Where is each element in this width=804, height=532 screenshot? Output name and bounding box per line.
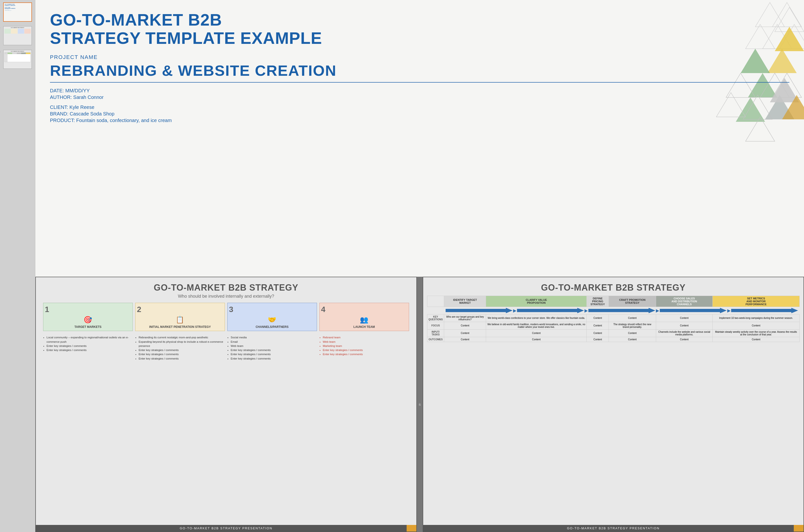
box-number-4: 4 <box>321 305 325 313</box>
cell-input-6: Maintain steady weekly activity over the… <box>713 329 800 337</box>
bullet-item: Marketing team <box>323 344 409 348</box>
cell-input-4: Content <box>609 329 656 337</box>
slide-thumb-3[interactable]: GO-TO-MARKET B2B STRATEGY <box>3 50 32 69</box>
bullet-col-2: Rebranding its current nostalgic mom-and… <box>135 336 225 524</box>
box-number-1: 1 <box>45 305 49 313</box>
box-number-2: 2 <box>137 305 141 313</box>
arrow-row: ▶ ▶ ▶ ▶ <box>427 307 800 314</box>
bullet-item: Enter key strategies / comments <box>138 348 225 352</box>
bullet-col-4: Rebrand team Web team Marketing team Ent… <box>319 336 409 524</box>
slide3-table: IDENTIFY TARGETMARKET CLARIFY VALUEPROPO… <box>427 296 800 342</box>
cell-out-4: Content <box>609 337 656 342</box>
bullet-item: Enter key strategies / comments <box>231 348 317 352</box>
bullet-item: Social media <box>231 336 317 340</box>
bottom-row: GO-TO-MARKET B2B STRATEGY Who should be … <box>35 277 804 532</box>
product-line: PRODUCT: Fountain soda, confectionary, a… <box>50 118 789 123</box>
box-label-4: LAUNCH TEAM <box>354 325 375 329</box>
handshake-icon: 🤝 <box>268 316 276 324</box>
bullet-col-1: Local community – expanding to regional/… <box>43 336 133 524</box>
team-icon: 👥 <box>360 316 368 324</box>
bullet-item: Enter key strategies / comments <box>231 352 317 356</box>
slide3-header: GO-TO-MARKET B2B STRATEGY <box>423 277 804 294</box>
bullet-item: Enter key strategies / comments <box>323 352 409 356</box>
cell-focus-6: Content <box>713 322 800 329</box>
col-header-1: IDENTIFY TARGETMARKET <box>444 296 486 307</box>
table-header-row: IDENTIFY TARGETMARKET CLARIFY VALUEPROPO… <box>427 296 800 307</box>
slide-divider: -M <box>417 277 423 532</box>
table-row-focus: FOCUS Content We believe in old-world fa… <box>427 322 800 329</box>
col-header-3: DEFINE PRICINGSTRATEGY <box>587 296 609 307</box>
cell-out-6: Content <box>713 337 800 342</box>
slide-thumb-2[interactable]: GO-TO-MARKET B2B STRATEGY <box>3 26 32 45</box>
box-label-3: CHANNELS/PARTNERS <box>256 325 288 329</box>
slide2-title: GO-TO-MARKET B2B STRATEGY <box>38 283 414 293</box>
main-title: GO-TO-MARKET B2B STRATEGY TEMPLATE EXAMP… <box>50 11 789 47</box>
cell-out-3: Content <box>587 337 609 342</box>
col-header-4: CRAFT PROMOTIONSTRATEGY <box>609 296 656 307</box>
table-row-outcomes: OUTCOMES Content Content Content Content… <box>427 337 800 342</box>
table-row-input: INPUT/TASKS Content Content Content Cont… <box>427 329 800 337</box>
brand-line: BRAND: Cascade Soda Shop <box>50 111 789 117</box>
project-name-label: PROJECT NAME <box>50 54 789 60</box>
cell-kq-6: Implement 10 two-week-long campaigns dur… <box>713 314 800 322</box>
slide-thumb-1[interactable]: GO-TO-MARKET B2BSTRATEGY TEMPLATE PROJEC… <box>3 2 32 22</box>
project-title: REBRANDING & WEBSITE CREATION <box>50 62 789 82</box>
title-line1: GO-TO-MARKET B2B <box>50 11 222 29</box>
bullet-item: Enter key strategies / comments <box>231 357 317 361</box>
bullet-item: Rebranding its current nostalgic mom-and… <box>138 336 225 340</box>
slide2-header: GO-TO-MARKET B2B STRATEGY Who should be … <box>36 277 416 300</box>
bullet-item: Enter key strategies / comments <box>46 344 133 348</box>
slide2-footer-text: GO-TO-MARKET B2B STRATEGY PRESENTATION <box>180 526 273 530</box>
cell-input-5: Channels include the website and various… <box>656 329 713 337</box>
slide3-footer-text: GO-TO-MARKET B2B STRATEGY PRESENTATION <box>567 526 659 530</box>
main-content: GO-TO-MARKET B2B STRATEGY TEMPLATE EXAMP… <box>35 0 804 532</box>
cell-out-1: Content <box>444 337 486 342</box>
cell-focus-3: Content <box>587 322 609 329</box>
strat-box-3: 3 🤝 CHANNELS/PARTNERS <box>227 303 317 331</box>
sidebar: 1 GO-TO-MARKET B2BSTRATEGY TEMPLATE PROJ… <box>0 0 35 532</box>
cell-focus-5: Content <box>656 322 713 329</box>
clipboard-icon: 📋 <box>176 316 184 324</box>
bullet-col-3: Social media Email Web team Enter key st… <box>227 336 317 524</box>
cell-focus-2: We believe in old-world family tradition… <box>486 322 587 329</box>
row-label-key-questions: KEYQUESTIONS <box>427 314 444 322</box>
bullet-item: Rebrand team <box>323 336 409 340</box>
table-row-key-questions: KEYQUESTIONS Who are our target groups a… <box>427 314 800 322</box>
cell-kq-4: Content <box>609 314 656 322</box>
bullet-item: Email <box>231 340 317 344</box>
title-line2: STRATEGY TEMPLATE EXAMPLE <box>50 29 322 47</box>
slide-1: GO-TO-MARKET B2B STRATEGY TEMPLATE EXAMP… <box>35 0 804 277</box>
row-label-input: INPUT/TASKS <box>427 329 444 337</box>
cell-focus-1: Content <box>444 322 486 329</box>
bullet-item: Enter key strategies / comments <box>323 348 409 352</box>
cell-kq-5: Content <box>656 314 713 322</box>
slide-2: GO-TO-MARKET B2B STRATEGY Who should be … <box>35 277 417 532</box>
cell-kq-2: We bring world-class confections to your… <box>486 314 587 322</box>
col-header-5: CHOOSE SALESAND DISTRIBUTIONCHANNELS <box>656 296 713 307</box>
strat-box-1: 1 🎯 TARGET MARKETS <box>43 303 133 331</box>
date-line: DATE: MM/DD/YY <box>50 88 789 94</box>
slide-number-2: 2 <box>0 26 0 30</box>
cell-out-2: Content <box>486 337 587 342</box>
cell-focus-4: The strategy should reflect the new bran… <box>609 322 656 329</box>
cell-input-3: Content <box>587 329 609 337</box>
slide-number-3: 3 <box>0 50 0 53</box>
cell-input-2: Content <box>486 329 587 337</box>
row-label-outcomes: OUTCOMES <box>427 337 444 342</box>
bullets-row: Local community – expanding to regional/… <box>36 334 416 525</box>
bullet-item: Web team <box>231 344 317 348</box>
bullet-item: Enter key strategies / comments <box>138 352 225 356</box>
author-line: AUTHOR: Sarah Connor <box>50 95 789 100</box>
bullet-item: Enter key strategies / comments <box>46 348 133 352</box>
strat-box-2: 2 📋 INITIAL MARKET PENETRATION STRATEGY <box>135 303 225 331</box>
strategy-boxes: 1 🎯 TARGET MARKETS 2 📋 INITIAL MARKET PE… <box>36 300 416 334</box>
slide-number-1: 1 <box>0 3 0 6</box>
bullet-item: Enter key strategies / comments <box>138 357 225 361</box>
slide3-title: GO-TO-MARKET B2B STRATEGY <box>426 283 801 293</box>
bullet-item: Local community – expanding to regional/… <box>46 336 133 344</box>
slide3-table-wrap: IDENTIFY TARGETMARKET CLARIFY VALUEPROPO… <box>423 294 804 525</box>
cell-kq-1: Who are our target groups and key influe… <box>444 314 486 322</box>
col-header-6: SET METRICSAND MONITORPERFORMANCE <box>713 296 800 307</box>
slide2-footer: GO-TO-MARKET B2B STRATEGY PRESENTATION <box>36 525 416 532</box>
slide2-subtitle: Who should be involved internally and ex… <box>38 294 414 299</box>
